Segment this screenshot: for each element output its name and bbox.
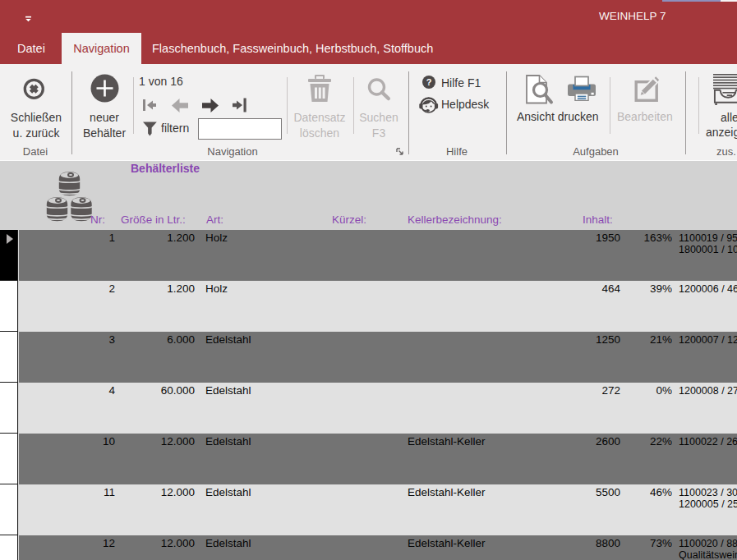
svg-text:?: ? [426, 77, 432, 87]
